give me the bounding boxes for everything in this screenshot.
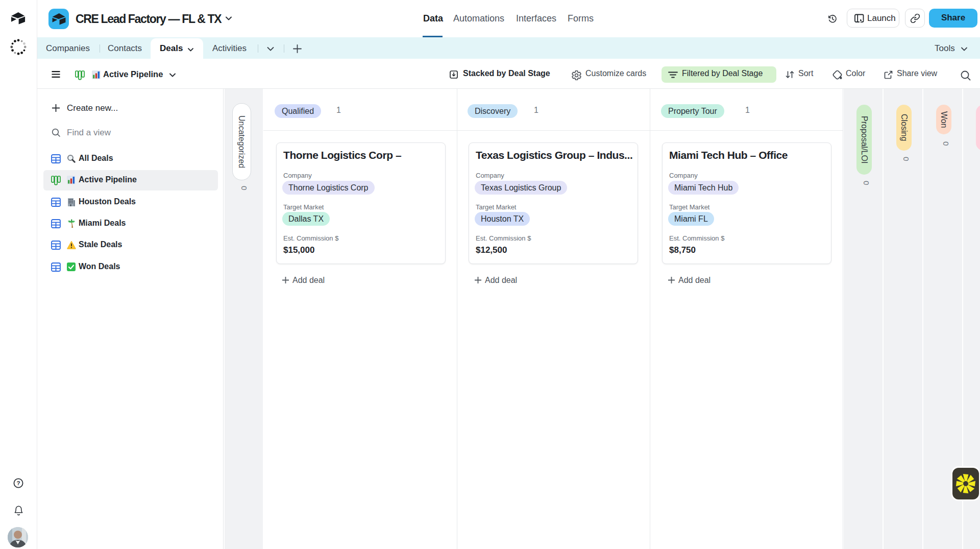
svg-text:?: ? <box>16 480 20 486</box>
